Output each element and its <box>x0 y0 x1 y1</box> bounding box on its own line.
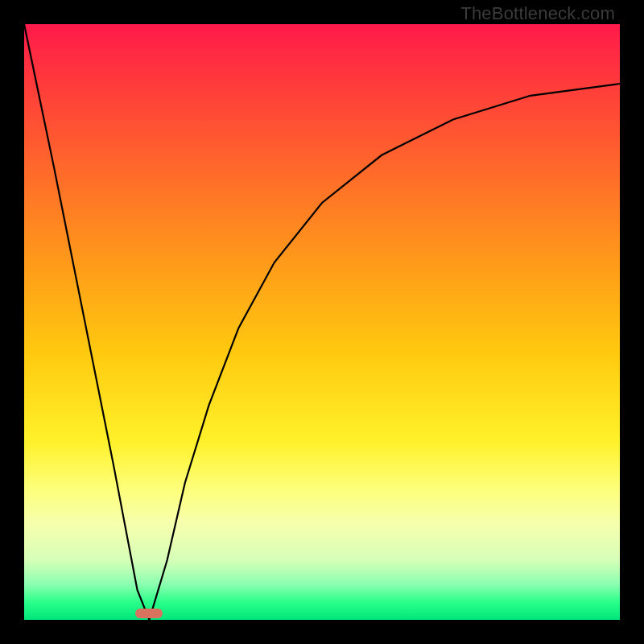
bottleneck-marker <box>135 609 163 618</box>
right-branch-line <box>149 84 620 620</box>
watermark-text: TheBottleneck.com <box>460 3 615 24</box>
plot-frame <box>24 24 620 620</box>
left-branch-line <box>24 24 149 620</box>
curve-layer <box>24 24 620 620</box>
